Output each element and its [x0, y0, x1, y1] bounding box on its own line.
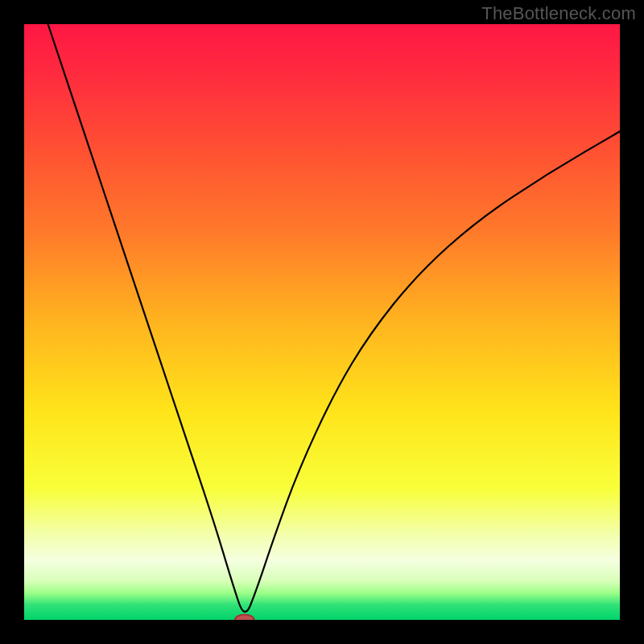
- chart-frame: TheBottleneck.com: [0, 0, 644, 644]
- plot-background: [24, 24, 620, 620]
- minimum-marker: [235, 614, 254, 620]
- watermark-text: TheBottleneck.com: [481, 3, 636, 24]
- bottleneck-chart: [24, 24, 620, 620]
